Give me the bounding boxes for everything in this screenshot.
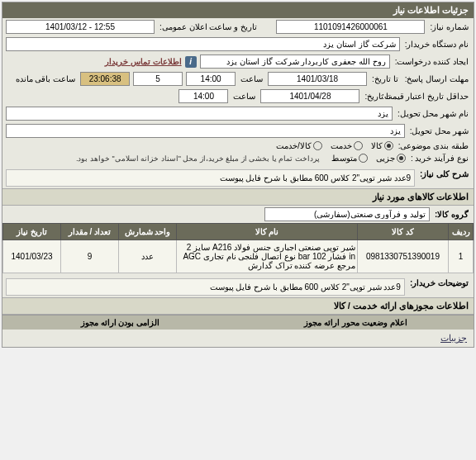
remaining-label: ساعت باقی مانده: [14, 74, 78, 83]
validity-until-label: تا تاریخ:: [363, 92, 393, 101]
table-row: 10981330751390019شیر توپی صنعتی اجباری ج…: [3, 240, 474, 273]
row-group: گروه کالا:: [2, 206, 474, 223]
row-buyer-note: توضیحات خریدار: 9عدد شیر توپی"2 کلاس 600…: [2, 273, 474, 297]
public-datetime-label: تاریخ و ساعت اعلان عمومی:: [158, 22, 259, 31]
buyer-input[interactable]: [6, 37, 400, 51]
details-link[interactable]: جزیبات: [440, 333, 467, 344]
row-validity: حداقل تاریخ اعتبار قیمت: تا تاریخ: ساعت: [2, 88, 474, 105]
radio-empty-icon: [359, 154, 368, 163]
radio-dot-icon: [384, 141, 393, 150]
delivery-city-label: شهر محل تحویل:: [408, 126, 470, 135]
radio-empty-icon: [313, 141, 322, 150]
row-classification: طبقه بندی موضوعی: کالا خدمت کالا/خدمت: [2, 140, 474, 152]
col-date: تاریخ نیاز: [3, 224, 61, 240]
validity-label: حداقل تاریخ اعتبار قیمت:: [396, 92, 470, 101]
need-no-label: شماره نیاز:: [428, 22, 470, 31]
license-section-title: اطلاعات مجوزهای ارائه خدمت / کالا: [2, 297, 474, 315]
contact-link-text: اطلاعات تماس خریدار: [105, 57, 182, 66]
buy-type-radio-group: جزیی متوسط: [331, 154, 406, 163]
items-table: ردیف کد کالا نام کالا واحد شمارش تعداد /…: [2, 223, 474, 273]
deadline-date-input[interactable]: [268, 72, 367, 86]
radio-minor[interactable]: جزیی: [376, 154, 406, 163]
need-city-input[interactable]: [6, 107, 393, 121]
row-buy-type: نوع فرآیند خرید : جزیی متوسط پرداخت تمام…: [2, 152, 474, 164]
group-input[interactable]: [264, 207, 430, 221]
buy-type-label: نوع فرآیند خرید :: [409, 154, 470, 163]
cell-name: شیر توپی صنعتی اجباری جنس فولاد A216 سای…: [177, 240, 358, 273]
class-label: طبقه بندی موضوعی:: [397, 141, 470, 150]
cell-date: 1401/03/23: [3, 240, 61, 273]
col-code: کد کالا: [358, 224, 449, 240]
row-need-city: نام شهر محل تحویل:: [2, 105, 474, 122]
col-name: نام کالا: [177, 224, 358, 240]
days-input[interactable]: [133, 72, 183, 86]
radio-khadamat-label: خدمت: [331, 141, 352, 150]
radio-kalakhadamat[interactable]: کالا/خدمت: [276, 141, 322, 150]
buyer-note-box: 9عدد شیر توپی"2 کلاس 600 مطابق با شرح فا…: [6, 278, 405, 296]
col-unit: واحد شمارش: [119, 224, 177, 240]
group-label: گروه کالا:: [433, 210, 470, 219]
summary-box: 9عدد شیر توپی"2 کلاس 600 مطابق با شرح فا…: [6, 169, 415, 187]
row-need-number: شماره نیاز: تاریخ و ساعت اعلان عمومی:: [2, 18, 474, 36]
row-requester: ایجاد کننده درخواست: i اطلاعات تماس خرید…: [2, 53, 474, 70]
validity-date-input[interactable]: [260, 89, 359, 103]
details-link-text: جزیبات: [440, 333, 467, 343]
class-radio-group: کالا خدمت کالا/خدمت: [276, 141, 393, 150]
remaining-time-input[interactable]: [80, 72, 130, 86]
radio-dot-icon: [397, 154, 406, 163]
delivery-city-input[interactable]: [6, 124, 405, 138]
col-row: ردیف: [449, 224, 474, 240]
cell-unit: عدد: [119, 240, 177, 273]
time-label-2: ساعت: [231, 92, 257, 101]
time-label-1: ساعت: [239, 74, 264, 83]
row-footer: جزیبات: [2, 330, 474, 347]
need-details-panel: جزئیات اطلاعات نیاز شماره نیاز: تاریخ و …: [2, 2, 474, 348]
cell-row: 1: [449, 240, 474, 273]
info-icon: i: [185, 56, 197, 68]
cell-code: 0981330751390019: [358, 240, 449, 273]
public-datetime-input[interactable]: [6, 20, 155, 34]
status-subheader: اعلام وضعیت محور ارائه مجوز: [238, 315, 474, 330]
buyer-label: نام دستگاه خریدار:: [403, 40, 470, 49]
deadline-until-label: تا تاریخ:: [370, 74, 400, 83]
radio-khadamat[interactable]: خدمت: [331, 141, 363, 150]
requester-label: ایجاد کننده درخواست:: [393, 57, 470, 66]
mandatory-subheader: الزامی بودن ارائه مجوز: [2, 315, 238, 330]
deadline-label: مهلت ارسال پاسخ:: [403, 74, 470, 83]
row-delivery-city: شهر محل تحویل:: [2, 122, 474, 140]
summary-label: شرح کلی نیاز:: [418, 169, 470, 178]
radio-kalakhadamat-label: کالا/خدمت: [276, 141, 312, 150]
panel-title: جزئیات اطلاعات نیاز: [2, 2, 474, 18]
deadline-time-input[interactable]: [186, 72, 236, 86]
requester-input[interactable]: [200, 55, 390, 69]
radio-medium[interactable]: متوسط: [331, 154, 368, 163]
table-header-row: ردیف کد کالا نام کالا واحد شمارش تعداد /…: [3, 224, 474, 240]
radio-kala-label: کالا: [371, 141, 383, 150]
radio-empty-icon: [354, 141, 363, 150]
radio-kala[interactable]: کالا: [371, 141, 393, 150]
payment-note: پرداخت تمام یا بخشی از مبلغ خرید،از محل …: [76, 154, 320, 163]
row-summary: شرح کلی نیاز: 9عدد شیر توپی"2 کلاس 600 م…: [2, 164, 474, 188]
radio-minor-label: جزیی: [376, 154, 395, 163]
cell-qty: 9: [61, 240, 119, 273]
license-subheaders: اعلام وضعیت محور ارائه مجوز الزامی بودن …: [2, 315, 474, 330]
validity-time-input[interactable]: [178, 89, 228, 103]
row-deadline: مهلت ارسال پاسخ: تا تاریخ: ساعت ساعت باق…: [2, 70, 474, 88]
radio-medium-label: متوسط: [331, 154, 357, 163]
items-section-title: اطلاعات کالاهای مورد نیاز: [2, 188, 474, 206]
need-city-label: نام شهر محل تحویل:: [396, 109, 470, 118]
need-no-input[interactable]: [276, 20, 425, 34]
col-qty: تعداد / مقدار: [61, 224, 119, 240]
contact-link[interactable]: اطلاعات تماس خریدار: [105, 57, 182, 66]
buyer-note-label: توضیحات خریدار:: [408, 278, 470, 287]
row-buyer: نام دستگاه خریدار:: [2, 36, 474, 53]
